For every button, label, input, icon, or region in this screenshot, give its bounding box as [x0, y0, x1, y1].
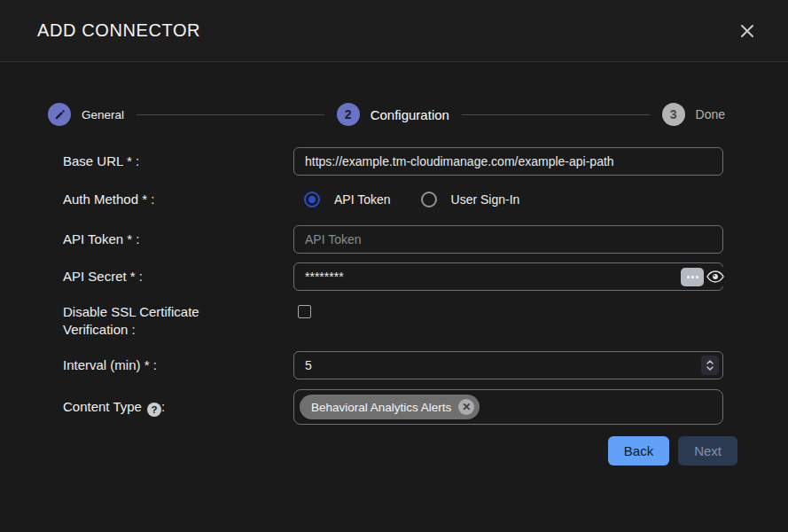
stepper-connector: [462, 114, 650, 115]
close-icon[interactable]: [737, 20, 758, 42]
content-type-label: Content Type?:: [63, 398, 293, 417]
api-token-row: API Token * :: [63, 225, 723, 254]
help-icon[interactable]: ?: [147, 403, 161, 417]
base-url-row: Base URL * :: [63, 147, 723, 176]
step-number-3: 3: [662, 103, 685, 126]
dialog-title: ADD CONNECTOR: [37, 20, 200, 41]
base-url-label: Base URL * :: [63, 153, 293, 170]
add-connector-dialog: ADD CONNECTOR General 2 Configuration 3 …: [0, 0, 788, 532]
api-secret-input[interactable]: [293, 262, 723, 291]
api-secret-row: API Secret * :: [63, 262, 723, 291]
stepper-connector: [137, 114, 324, 115]
radio-user-sign-in-label: User Sign-In: [451, 192, 520, 207]
number-stepper-icon[interactable]: [701, 356, 719, 375]
stepper-step-general[interactable]: General: [48, 103, 124, 126]
step-number-2: 2: [337, 103, 360, 126]
footer-buttons: Back Next: [63, 436, 737, 466]
stepper-step-done: 3 Done: [662, 103, 725, 126]
step-label-done: Done: [696, 107, 725, 121]
auth-method-radio-group: API Token User Sign-In: [293, 185, 723, 214]
ellipsis-icon[interactable]: [681, 268, 704, 286]
radio-api-token-label: API Token: [334, 192, 391, 207]
base-url-input[interactable]: [293, 147, 723, 176]
auth-method-row: Auth Method * : API Token User Sign-In: [63, 185, 723, 214]
dialog-header: ADD CONNECTOR: [0, 0, 788, 62]
content-type-row: Content Type?: Behavioral Analytics Aler…: [63, 389, 723, 425]
chip-remove-icon[interactable]: ✕: [458, 399, 474, 415]
eye-icon[interactable]: [706, 267, 725, 286]
content-type-colon: :: [161, 399, 165, 414]
content-type-chip: Behavioral Analytics Alerts ✕: [300, 395, 480, 419]
content-type-field[interactable]: Behavioral Analytics Alerts ✕: [293, 389, 723, 425]
step-label-configuration: Configuration: [371, 107, 449, 122]
pencil-icon: [48, 103, 71, 126]
disable-ssl-checkbox[interactable]: [298, 305, 311, 318]
interval-label: Interval (min) * :: [63, 356, 293, 374]
connector-form: Base URL * : Auth Method * : API Token U…: [0, 147, 788, 466]
api-token-input[interactable]: [293, 225, 723, 254]
content-type-label-text: Content Type: [63, 399, 142, 414]
radio-unselected-icon: [421, 192, 437, 207]
chip-label: Behavioral Analytics Alerts: [311, 401, 451, 414]
stepper: General 2 Configuration 3 Done: [0, 103, 788, 126]
interval-row: Interval (min) * :: [63, 351, 723, 379]
api-secret-label: API Secret * :: [63, 268, 293, 286]
back-button[interactable]: Back: [608, 436, 669, 466]
disable-ssl-label: Disable SSL Certificate Verification :: [63, 303, 293, 339]
auth-method-label: Auth Method * :: [63, 191, 293, 208]
radio-user-sign-in[interactable]: User Sign-In: [421, 192, 520, 207]
radio-selected-icon: [304, 192, 320, 207]
api-token-label: API Token * :: [63, 231, 293, 248]
stepper-step-configuration[interactable]: 2 Configuration: [337, 103, 449, 126]
step-label-general: General: [82, 108, 124, 121]
next-button[interactable]: Next: [678, 436, 737, 466]
disable-ssl-row: Disable SSL Certificate Verification :: [63, 303, 723, 339]
interval-input[interactable]: [293, 351, 723, 379]
radio-api-token[interactable]: API Token: [304, 192, 391, 207]
